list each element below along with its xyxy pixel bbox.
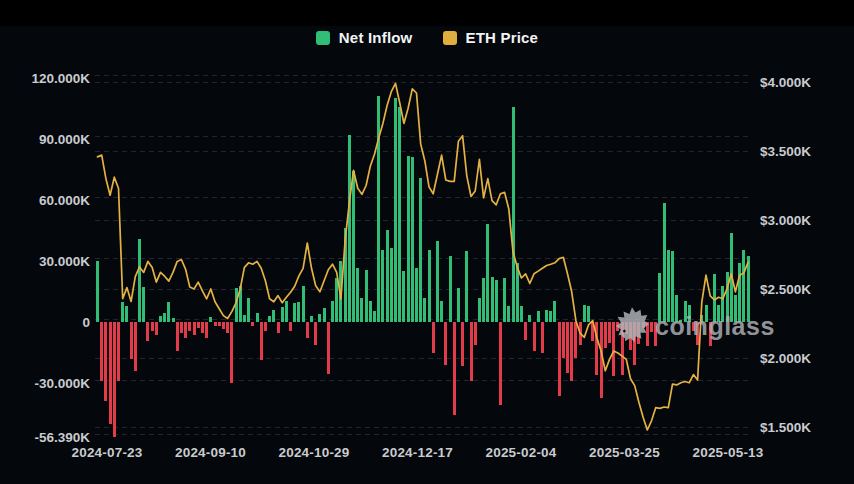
net-inflow-bar [348,135,351,323]
net-inflow-bar [482,278,485,322]
net-inflow-bar [428,250,431,322]
net-outflow-bar [176,322,179,351]
net-inflow-bar [310,316,313,322]
legend-item-net-inflow[interactable]: Net Inflow [316,29,413,46]
left-axis-tick-label: 60.000K [0,193,90,208]
net-inflow-bar [365,270,368,322]
net-inflow-bar [167,302,170,322]
gridline [95,82,748,83]
net-outflow-bar [642,322,645,328]
gridline [95,151,748,152]
x-axis-tick-label: 2025-05-13 [692,445,763,460]
right-axis-tick-label: $2.500K [760,282,811,297]
net-inflow-bar [163,313,166,322]
net-outflow-bar [621,322,624,375]
right-axis-tick-label: $4.000K [760,75,811,90]
net-inflow-bar [239,286,242,322]
net-outflow-bar [205,322,208,338]
chart-legend: Net Inflow ETH Price [0,29,854,46]
net-inflow-bar [419,178,422,322]
gridline [95,434,748,435]
gridline [95,136,748,137]
net-inflow-bar [302,286,305,322]
left-axis-tick-label: 120.000K [0,71,90,86]
right-axis-tick-label: $1.500K [760,420,811,435]
net-inflow-bar [125,306,128,322]
net-inflow-bar [528,315,531,322]
net-outflow-bar [616,322,619,331]
gridline [95,75,748,76]
net-inflow-bar [243,315,246,322]
net-outflow-bar [604,322,607,348]
net-inflow-bar [512,107,515,323]
net-outflow-bar [461,322,464,366]
left-axis-tick-label: 30.000K [0,254,90,269]
net-inflow-bar [360,298,363,322]
net-inflow-bar [272,310,275,322]
net-inflow-bar [247,298,250,322]
net-outflow-bar [595,322,598,375]
x-axis-tick-label: 2025-02-04 [485,445,556,460]
net-outflow-bar [251,322,254,326]
net-outflow-bar [214,322,217,326]
net-inflow-bar [587,306,590,322]
net-outflow-bar [130,322,133,359]
net-outflow-bar [155,322,158,335]
eth-netflow-chart: Net Inflow ETH Price 120.000K90.000K60.0… [0,0,854,484]
net-inflow-bar [293,303,296,322]
net-inflow-bar [352,171,355,322]
net-outflow-bar [453,322,456,415]
net-inflow-bar [398,107,401,323]
net-outflow-bar [692,322,695,331]
net-inflow-bar [335,278,338,322]
net-outflow-bar [566,322,569,373]
left-axis-tick-label: -30.000K [0,376,90,391]
net-inflow-bar [734,295,737,322]
net-inflow-bar [738,263,741,322]
net-outflow-bar [314,322,317,345]
left-axis-tick-label: -56.390K [0,430,90,445]
net-outflow-bar [193,322,196,335]
net-outflow-bar [432,322,435,353]
net-inflow-bar [402,271,405,322]
net-inflow-bar [394,98,397,322]
net-inflow-bar [730,233,733,322]
net-outflow-bar [134,322,137,371]
net-inflow-bar [465,251,468,322]
net-inflow-bar [495,280,498,322]
net-inflow-bar [667,250,670,322]
net-inflow-bar [356,268,359,322]
net-outflow-bar [222,322,225,329]
net-inflow-bar [679,320,682,322]
net-inflow-bar [675,295,678,322]
net-inflow-bar [537,311,540,322]
legend-label-eth-price: ETH Price [466,29,539,46]
net-outflow-bar [654,322,657,346]
gridline [95,427,748,428]
net-inflow-bar [684,301,687,322]
net-outflow-bar [289,322,292,331]
net-outflow-bar [188,322,191,331]
net-outflow-bar [579,322,582,345]
net-inflow-bar [742,250,745,322]
x-axis-tick-label: 2024-12-17 [382,445,453,460]
net-inflow-bar [377,96,380,322]
net-inflow-bar [381,250,384,322]
net-inflow-bar [440,301,443,322]
legend-item-eth-price[interactable]: ETH Price [443,29,539,46]
net-outflow-bar [100,322,103,381]
net-outflow-bar [612,322,615,376]
net-inflow-bar [700,315,703,322]
net-inflow-bar [339,261,342,322]
net-inflow-bar [507,306,510,322]
net-outflow-bar [184,322,187,338]
net-outflow-bar [558,322,561,396]
net-outflow-bar [574,322,577,358]
net-inflow-bar [726,272,729,322]
net-inflow-bar [411,157,414,322]
net-inflow-bar [520,306,523,322]
net-outflow-bar [541,322,544,353]
net-outflow-bar [264,322,267,331]
net-outflow-bar [562,322,565,358]
net-inflow-bar [671,251,674,322]
